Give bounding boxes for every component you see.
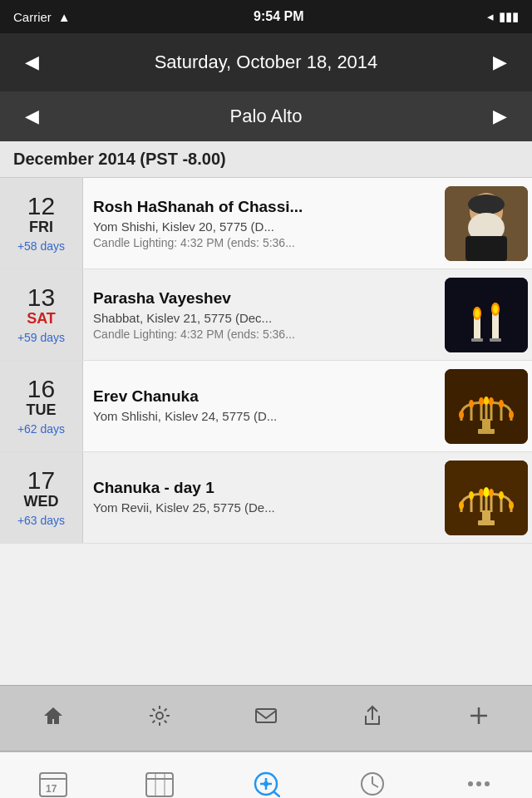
tab-week-view[interactable]: Week View <box>106 752 213 798</box>
svg-point-28 <box>489 397 494 406</box>
event-offset: +59 days <box>17 331 65 344</box>
event-offset: +58 days <box>17 239 65 253</box>
svg-point-43 <box>479 489 484 497</box>
svg-text:17: 17 <box>46 783 57 795</box>
tab-time-view[interactable]: Time View <box>319 752 426 798</box>
svg-rect-49 <box>256 709 276 722</box>
home-button[interactable] <box>42 704 65 733</box>
event-day-number: 16 <box>27 377 55 401</box>
status-right: ◂ ▮▮▮ <box>487 9 519 24</box>
battery-icon: ▮▮▮ <box>499 9 519 24</box>
email-icon <box>254 704 278 733</box>
wifi-icon: ▲ <box>58 10 71 24</box>
event-title: Erev Chanuka <box>93 387 431 406</box>
time-view-icon <box>358 771 387 798</box>
svg-point-11 <box>493 305 498 313</box>
event-info: Erev Chanuka Yom Shlishi, Kislev 24, 577… <box>83 361 441 451</box>
share-icon <box>361 704 384 733</box>
svg-point-62 <box>264 781 268 786</box>
event-detail: Candle Lighting: 4:32 PM (ends: 5:36... <box>93 236 431 249</box>
status-left: Carrier ▲ <box>13 10 71 24</box>
event-detail: Candle Lighting: 4:32 PM (ends: 5:36... <box>93 328 431 341</box>
location-icon: ◂ <box>487 9 494 24</box>
svg-point-44 <box>484 487 490 497</box>
add-button[interactable] <box>467 704 490 733</box>
event-offset: +62 days <box>17 422 65 436</box>
event-title: Chanuka - day 1 <box>93 479 431 497</box>
event-day-number: 13 <box>27 285 55 310</box>
status-time: 9:54 PM <box>254 9 303 24</box>
day-view-icon: 17 <box>39 771 67 798</box>
event-subtitle: Shabbat, Kislev 21, 5775 (Dec... <box>93 311 431 325</box>
event-date-box: 12 FRI +58 days <box>0 178 83 268</box>
list-view-icon <box>252 771 280 798</box>
svg-rect-55 <box>146 773 173 796</box>
event-info: Rosh HaShanah of Chassi... Yom Shishi, K… <box>83 178 441 268</box>
event-day-number: 17 <box>27 468 55 493</box>
home-icon <box>42 704 65 733</box>
tab-more[interactable]: More <box>426 752 532 798</box>
svg-rect-12 <box>471 338 483 342</box>
carrier-label: Carrier <box>13 10 52 24</box>
svg-point-46 <box>499 491 504 500</box>
email-button[interactable] <box>254 704 278 733</box>
date-next-button[interactable]: ▶ <box>485 45 515 80</box>
tab-list-view[interactable]: List View <box>213 752 319 798</box>
event-image <box>441 269 532 360</box>
svg-point-27 <box>484 397 489 405</box>
svg-point-24 <box>459 411 464 419</box>
event-offset: +63 days <box>17 514 65 527</box>
svg-point-69 <box>485 781 490 786</box>
table-row[interactable]: 12 FRI +58 days Rosh HaShanah of Chassi.… <box>0 178 532 269</box>
event-day-name: WED <box>24 493 59 511</box>
event-title: Parasha Vayeshev <box>93 289 431 308</box>
event-subtitle: Yom Shlishi, Kislev 24, 5775 (D... <box>93 409 431 423</box>
svg-rect-13 <box>490 338 501 342</box>
svg-point-30 <box>509 411 514 419</box>
date-prev-button[interactable]: ◀ <box>17 45 47 80</box>
svg-point-41 <box>459 501 464 510</box>
event-thumbnail <box>445 369 528 444</box>
location-next-button[interactable]: ▶ <box>485 99 515 134</box>
svg-rect-5 <box>445 278 528 352</box>
share-button[interactable] <box>361 704 384 733</box>
status-bar: Carrier ▲ 9:54 PM ◂ ▮▮▮ <box>0 0 532 33</box>
event-title: Rosh HaShanah of Chassi... <box>93 198 431 216</box>
toolbar <box>0 685 532 751</box>
event-day-name: TUE <box>27 401 57 420</box>
tab-day-view[interactable]: 17 Day View <box>0 752 106 798</box>
table-row[interactable]: 17 WED +63 days Chanuka - day 1 Yom Revi… <box>0 452 532 544</box>
week-view-icon <box>145 771 174 798</box>
tab-bar: 17 Day View Week View List View Time Vie… <box>0 751 532 798</box>
svg-point-26 <box>479 397 484 406</box>
event-thumbnail <box>445 461 528 535</box>
location-title: Palo Alto <box>47 106 485 127</box>
events-list: 12 FRI +58 days Rosh HaShanah of Chassi.… <box>0 178 532 544</box>
event-day-name: SAT <box>27 310 56 328</box>
svg-line-66 <box>372 784 378 787</box>
svg-point-9 <box>475 309 480 318</box>
svg-rect-4 <box>466 236 507 261</box>
event-date-box: 13 SAT +59 days <box>0 269 83 360</box>
table-row[interactable]: 13 SAT +59 days Parasha Vayeshev Shabbat… <box>0 269 532 361</box>
location-prev-button[interactable]: ◀ <box>17 99 47 134</box>
event-day-name: FRI <box>29 219 53 237</box>
event-image <box>441 178 532 268</box>
table-row[interactable]: 16 TUE +62 days Erev Chanuka Yom Shlishi… <box>0 361 532 452</box>
svg-rect-16 <box>482 419 490 431</box>
event-image <box>441 361 532 451</box>
svg-point-25 <box>469 400 474 408</box>
event-info: Chanuka - day 1 Yom Revii, Kislev 25, 57… <box>83 452 441 543</box>
event-thumbnail <box>445 186 528 261</box>
date-nav-title: Saturday, October 18, 2014 <box>47 52 485 73</box>
event-date-box: 17 WED +63 days <box>0 452 83 543</box>
settings-button[interactable] <box>148 704 171 733</box>
date-nav-bar: ◀ Saturday, October 18, 2014 ▶ <box>0 33 532 91</box>
more-icon <box>465 771 493 798</box>
settings-icon <box>148 704 171 733</box>
event-thumbnail <box>445 278 528 352</box>
location-nav-bar: ◀ Palo Alto ▶ <box>0 91 532 141</box>
event-day-number: 12 <box>27 194 55 219</box>
event-subtitle: Yom Revii, Kislev 25, 5775 (De... <box>93 500 431 515</box>
svg-point-67 <box>468 781 473 786</box>
